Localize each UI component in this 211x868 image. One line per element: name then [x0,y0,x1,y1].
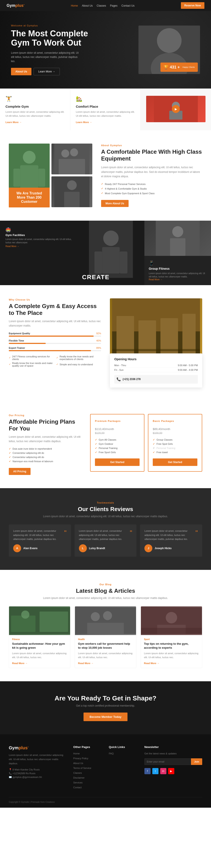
review-card-1: " Lorem ipsum dolor sit amet, consectetu… [9,525,71,557]
quote-icon-1: " [64,529,67,536]
cta-title: Are You Ready To Get in Shape? [9,694,202,702]
all-pricing-button[interactable]: All Pricing [9,468,31,475]
blog-label: Our Blog [9,583,202,586]
svg-rect-27 [170,238,185,256]
quote-icon-2: " [130,529,132,536]
pricing-label: Our Pricing [9,414,83,416]
progress-equipment-bar [9,336,101,337]
trusted-title: We Are Trusted More Than 200 Customer [12,191,46,204]
footer-link-about[interactable]: About Us [73,762,83,765]
review-text-1: Lorem ipsum dolor sit amet, consectetur … [13,529,67,541]
footer-link-disclaimer[interactable]: Disclaimer [73,776,84,779]
about-bottom-right-image [51,176,92,207]
facility-icon: 🏟️ [5,227,72,232]
footer-link-faq[interactable]: FAQ [109,752,114,755]
why-check-2: Really know the true needs and expectati… [56,355,101,361]
reviews-label: Testimonials [9,501,202,504]
svg-rect-3 [152,52,161,65]
newsletter-email-input[interactable] [144,758,191,765]
svg-point-41 [103,611,112,620]
reviewer-1: A Alan Evans [13,544,67,552]
svg-rect-16 [59,159,85,175]
newsletter-form: Join [144,758,202,765]
premium-get-started-button[interactable]: Get Started [95,459,140,466]
about-us-button[interactable]: About Us [11,68,31,75]
why-desc: Lorem ipsum dolor sit amet, consectetur … [9,319,101,328]
reserve-now-button[interactable]: Reserve Now [181,2,204,9]
facebook-icon[interactable]: f [144,768,150,774]
group-read-more[interactable]: Read More → [149,278,207,281]
blog-image-2 [75,607,136,635]
twitter-icon[interactable]: t [152,768,159,774]
opening-hours-title: Opening Hours [114,358,198,361]
newsletter-join-button[interactable]: Join [191,758,202,765]
blog-card-title-2: Gym workers call for government help to … [78,642,133,650]
nav-pages[interactable]: Pages [110,4,117,7]
facility-read-more[interactable]: Read More → [5,245,72,248]
why-content: Why Choose Us A Complete Gym & Easy Acce… [9,298,101,388]
progress-time-val: 40% [96,339,101,342]
become-member-button[interactable]: Become Member Today [83,713,128,721]
youtube-icon[interactable]: ▶ [168,768,174,774]
basic-get-started-button[interactable]: Get Started [153,459,198,466]
pricing-content: Our Pricing Affordable Pricing Plans For… [9,414,83,475]
nav-contact[interactable]: Contact Us [121,4,135,7]
feature-gym-title: Complete Gym [5,104,65,108]
blog-read-more-3[interactable]: Read More → [144,662,160,664]
basic-feature-3: Personal Training [153,446,198,450]
svg-rect-11 [13,169,20,187]
nav-classes[interactable]: Classes [97,4,106,7]
premium-feature-4: Free Sport Girls [95,450,140,455]
play-button[interactable]: ▶ [172,105,180,113]
quote-icon-3: " [196,529,198,536]
why-check-1: 24/7 Fitness consulting services for cli… [9,355,54,361]
review-text-3: Lorem ipsum dolor sit amet, consectetur … [144,529,198,541]
footer-link-terms[interactable]: Terms of Service [73,767,91,769]
checklist-item-2: 4 Highest & Comfortable Gym & Studio [101,186,202,191]
feature-video-thumbnail: ▶ [146,96,206,122]
learn-more-button[interactable]: Learn More → [34,68,60,75]
footer-link-privacy[interactable]: Privacy Policy [73,757,88,760]
basic-plan-features: Group Classes Free Spot Girls Personal T… [153,438,198,455]
premium-plan-original: $120,00 [95,432,140,435]
facility-desc: Lorem ipsum dolor sit amet, consectetur … [5,238,72,244]
oh-row-2: Fri - Sun 9:00 AM - 4:00 PM [114,368,198,372]
instagram-icon[interactable]: in [160,768,166,774]
oh-time-2: 9:00 AM - 4:00 PM [178,369,198,371]
basic-plan-original: $100,00 [153,432,198,435]
nav-home[interactable]: Home [71,4,78,7]
hero-title: The Most Complete Gym To Work Out [11,29,106,48]
footer-link-services[interactable]: Services [73,781,82,784]
footer-brand: Gymplus+ Lorem ipsum dolor sit amet, con… [9,745,67,790]
basic-feature-2: Free Spot Girls [153,442,198,446]
why-check-4: Simple and easy to understand [56,362,101,367]
about-top-right-image [51,144,92,175]
footer-quick-links: Quick Links FAQ [109,745,138,790]
footer-link-classes[interactable]: Classes [73,772,82,774]
footer-link-contact[interactable]: Contact [73,786,81,789]
blog-desc: Lorem ipsum dolor sit amet, consectetur … [9,596,202,599]
svg-point-9 [23,151,36,164]
blog-section: Our Blog Latest Blog & Articles Lorem ip… [0,570,211,682]
blog-body-3: Sport Top tips on returning to the gym, … [141,635,202,668]
gym-learn-more[interactable]: Learn More → [5,121,22,124]
why-checklist: 24/7 Fitness consulting services for cli… [9,355,101,367]
nav-about[interactable]: About Us [82,4,93,7]
reviewer-3: J Joseph Hicks [144,544,198,552]
comfort-learn-more[interactable]: Learn More → [76,121,92,124]
progress-trainer-val: 89% [96,347,101,349]
reviews-title: Our Clients Reviews [9,506,202,513]
blog-read-more-2[interactable]: Read More → [78,662,94,664]
more-about-us-button[interactable]: More About Us [101,200,129,207]
feature-comfort-title: Comfort Place [76,104,135,108]
hero-content: Welcome at Gymplus The Most Complete Gym… [11,24,106,75]
pricing-check-1: Duis aute irure dolor in reprehenderit [9,447,83,451]
premium-feature-3: Personal Training [95,446,140,450]
group-fitness-title: Group Fitness [149,267,207,270]
blog-tag-3: Sport [144,638,199,641]
progress-trainer-bar [9,350,101,351]
blog-read-more-1[interactable]: Read More → [12,662,28,664]
footer-phone: 📞 +1(234)589 Ro Rusis [9,772,67,775]
footer-link-home[interactable]: Home [73,752,79,755]
progress-time-fill [9,343,46,344]
